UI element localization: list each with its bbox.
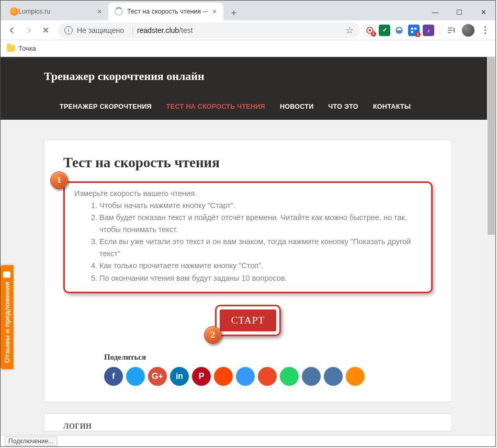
toolbar: i Не защищено readster.club/test ☆ 2 ✓ 1… xyxy=(1,20,495,40)
start-callout: СТАРТ 2 xyxy=(215,305,281,336)
share-icon[interactable]: in xyxy=(170,367,189,386)
minimize-button[interactable]: ― xyxy=(423,4,447,20)
nav-contacts[interactable]: КОНТАКТЫ xyxy=(373,103,411,110)
forward-button xyxy=(20,22,37,39)
start-wrap: СТАРТ 2 xyxy=(63,305,433,336)
nav-trainer[interactable]: ТРЕНАЖЕР СКОРОЧТЕНИЯ xyxy=(60,103,152,110)
annotation-marker-1: 1 xyxy=(50,171,68,189)
instructions-list: Чтобы начать нажмите кнопку "Старт". Вам… xyxy=(74,200,422,284)
browser-window: Lumpics.ru × Тест на скорость чтения — Т… xyxy=(0,0,496,447)
status-text: Подключение... xyxy=(5,436,57,446)
new-tab-button[interactable]: + xyxy=(227,6,241,20)
instruction-step: Как только прочитаете нажмите кнопку "Ст… xyxy=(99,260,422,271)
nav-about[interactable]: ЧТО ЭТО xyxy=(329,103,358,110)
main-nav: ТРЕНАЖЕР СКОРОЧТЕНИЯ ТЕСТ НА СКОРОСТЬ ЧТ… xyxy=(44,95,452,120)
titlebar: Lumpics.ru × Тест на скорость чтения — Т… xyxy=(1,1,495,20)
maximize-button[interactable]: ☐ xyxy=(447,4,471,20)
badge: 2 xyxy=(371,31,376,37)
share-icon[interactable]: G+ xyxy=(148,367,167,386)
login-card: ЛОГИН xyxy=(44,413,452,431)
page-header: Тренажер скорочтения онлайн ТРЕНАЖЕР СКО… xyxy=(1,57,495,120)
extension-icon[interactable] xyxy=(393,25,405,36)
article-title: Тест на скорость чтения xyxy=(63,155,433,171)
back-button[interactable] xyxy=(4,22,20,39)
annotation-marker-2: 2 xyxy=(204,326,222,344)
share-icon[interactable] xyxy=(236,367,255,386)
reading-list-icon[interactable] xyxy=(445,25,457,36)
viewport: Тренажер скорочтения онлайн ТРЕНАЖЕР СКО… xyxy=(1,57,495,435)
bookmarks-bar: Точка xyxy=(1,40,495,57)
share-icon[interactable] xyxy=(214,367,233,386)
share-icon[interactable]: P xyxy=(192,367,211,386)
share-icons: fG+inP xyxy=(104,367,433,386)
favicon-icon xyxy=(10,7,18,16)
share-icon[interactable] xyxy=(324,367,343,386)
bookmark-star-icon[interactable]: ☆ xyxy=(345,25,354,36)
tab-title: Lumpics.ru xyxy=(18,8,93,15)
divider xyxy=(439,25,440,36)
login-title: ЛОГИН xyxy=(63,422,433,431)
divider xyxy=(132,26,133,35)
close-button[interactable]: ✕ xyxy=(471,4,495,20)
statusbar: Подключение... xyxy=(1,435,495,446)
site-title[interactable]: Тренажер скорочтения онлайн xyxy=(44,70,452,95)
loading-spinner-icon xyxy=(115,7,123,16)
share-icon[interactable] xyxy=(346,367,365,386)
menu-button[interactable] xyxy=(478,23,492,37)
security-label: Не защищено xyxy=(77,26,124,35)
instructions-callout: 1 Измерьте скорость вашего чтения. Чтобы… xyxy=(63,181,433,293)
extension-icon[interactable]: ✓ xyxy=(379,25,390,36)
article-card: Тест на скорость чтения 1 Измерьте скоро… xyxy=(44,140,452,402)
share-icon[interactable] xyxy=(126,367,145,386)
start-button[interactable]: СТАРТ xyxy=(220,309,276,331)
window-controls: ― ☐ ✕ xyxy=(423,4,495,20)
share-title: Поделиться xyxy=(104,353,433,362)
info-icon[interactable]: i xyxy=(64,26,73,35)
close-icon[interactable]: × xyxy=(96,8,103,15)
bookmark-folder[interactable]: Точка xyxy=(7,44,36,52)
feedback-label: Отзывы и предложения xyxy=(3,282,11,363)
page-body: Тест на скорость чтения 1 Измерьте скоро… xyxy=(1,120,495,433)
badge: 1 xyxy=(415,32,421,37)
folder-icon xyxy=(7,45,15,52)
address-bar[interactable]: i Не защищено readster.club/test ☆ xyxy=(58,22,360,38)
scrollbar[interactable] xyxy=(487,57,495,435)
instruction-step: Вам будет показан текст и пойдёт отсчёт … xyxy=(99,212,422,235)
url-text: readster.club/test xyxy=(137,26,193,35)
stop-reload-button[interactable] xyxy=(37,22,54,39)
extension-icons: 2 ✓ 1 ♪ xyxy=(364,25,457,36)
instructions-intro: Измерьте скорость вашего чтения. xyxy=(74,189,422,198)
tabstrip: Lumpics.ru × Тест на скорость чтения — Т… xyxy=(1,3,241,20)
bookmark-label: Точка xyxy=(18,44,36,52)
extension-icon[interactable]: ♪ xyxy=(423,25,434,36)
svg-point-1 xyxy=(369,29,371,31)
instruction-step: По окончании чтения вам будут заданы 10 … xyxy=(99,272,422,284)
feedback-tab[interactable]: Отзывы и предложения xyxy=(1,265,14,369)
tab-lumpics[interactable]: Lumpics.ru × xyxy=(4,3,108,20)
nav-test[interactable]: ТЕСТ НА СКОРОСТЬ ЧТЕНИЯ xyxy=(166,103,265,110)
tab-title: Тест на скорость чтения — Тре xyxy=(127,8,208,15)
instruction-step: Чтобы начать нажмите кнопку "Старт". xyxy=(99,200,422,211)
tab-readster[interactable]: Тест на скорость чтения — Тре × xyxy=(108,3,223,20)
close-icon[interactable]: × xyxy=(211,8,218,15)
share-block: Поделиться fG+inP xyxy=(104,353,433,386)
share-icon[interactable] xyxy=(258,367,277,386)
nav-news[interactable]: НОВОСТИ xyxy=(280,103,314,110)
instruction-step: Если вы уже читали это текст и он вам зн… xyxy=(99,236,422,259)
extension-icon[interactable]: 2 xyxy=(364,25,376,36)
chat-bubble-icon xyxy=(4,271,11,278)
share-icon[interactable] xyxy=(280,367,299,386)
extension-icon[interactable]: 1 xyxy=(408,25,420,36)
scroll-thumb[interactable] xyxy=(488,57,495,235)
profile-avatar[interactable] xyxy=(462,24,475,37)
share-icon[interactable]: f xyxy=(104,367,123,386)
share-icon[interactable] xyxy=(302,367,321,386)
